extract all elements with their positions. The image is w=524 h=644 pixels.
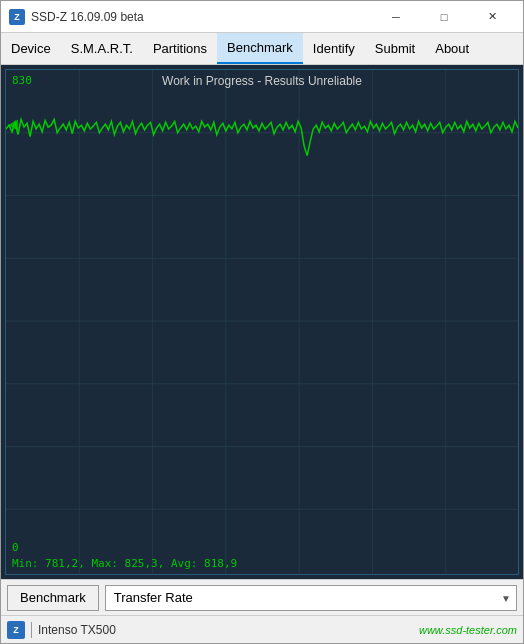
- bottom-controls: Benchmark Transfer Rate IOPS Latency ▼: [1, 579, 523, 615]
- menu-item-smart[interactable]: S.M.A.R.T.: [61, 33, 143, 64]
- menu-item-identify[interactable]: Identify: [303, 33, 365, 64]
- status-device-name: Intenso TX500: [38, 623, 413, 637]
- title-bar-controls: ─ □ ✕: [373, 1, 515, 33]
- app-icon: Z: [9, 9, 25, 25]
- chart-svg: [6, 70, 518, 574]
- title-bar: Z SSD-Z 16.09.09 beta ─ □ ✕: [1, 1, 523, 33]
- dropdown-container: Transfer Rate IOPS Latency ▼: [105, 585, 517, 611]
- menu-item-device[interactable]: Device: [1, 33, 61, 64]
- status-app-icon: Z: [7, 621, 25, 639]
- chart-area: 830 Work in Progress - Results Unreliabl…: [5, 69, 519, 575]
- chart-stats: Min: 781,2, Max: 825,3, Avg: 818,9: [12, 557, 237, 570]
- chart-y-min: 0: [12, 541, 19, 554]
- maximize-button[interactable]: □: [421, 1, 467, 33]
- status-bar: Z Intenso TX500 www.ssd-tester.com: [1, 615, 523, 643]
- menu-bar: Device S.M.A.R.T. Partitions Benchmark I…: [1, 33, 523, 65]
- close-button[interactable]: ✕: [469, 1, 515, 33]
- status-divider: [31, 622, 32, 638]
- main-content: 830 Work in Progress - Results Unreliabl…: [1, 65, 523, 579]
- transfer-rate-dropdown[interactable]: Transfer Rate IOPS Latency: [105, 585, 517, 611]
- menu-item-benchmark[interactable]: Benchmark: [217, 33, 303, 64]
- benchmark-button[interactable]: Benchmark: [7, 585, 99, 611]
- menu-item-partitions[interactable]: Partitions: [143, 33, 217, 64]
- window-title: SSD-Z 16.09.09 beta: [31, 10, 373, 24]
- main-window: Z SSD-Z 16.09.09 beta ─ □ ✕ Device S.M.A…: [0, 0, 524, 644]
- status-url: www.ssd-tester.com: [419, 624, 517, 636]
- minimize-button[interactable]: ─: [373, 1, 419, 33]
- chart-title: Work in Progress - Results Unreliable: [6, 74, 518, 88]
- menu-item-submit[interactable]: Submit: [365, 33, 425, 64]
- menu-item-about[interactable]: About: [425, 33, 479, 64]
